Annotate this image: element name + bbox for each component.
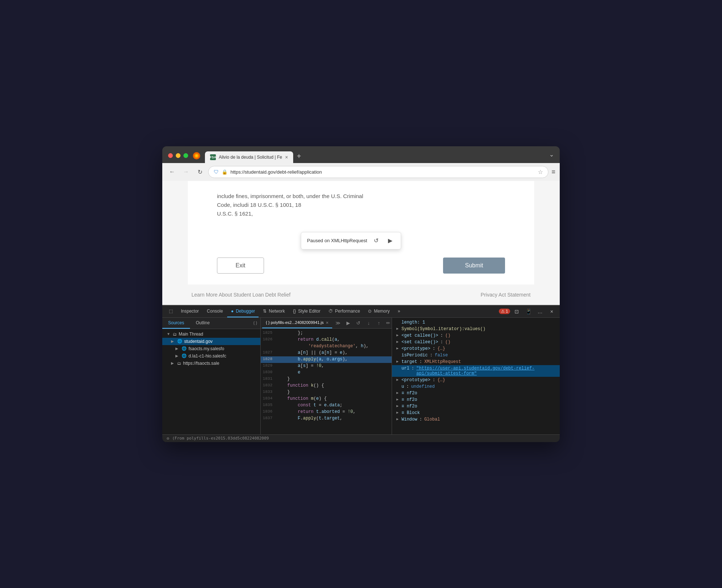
panel-item-get-callee[interactable]: ▶ <get callee()> : () [392, 332, 560, 339]
panel-item-symbol[interactable]: ▶ Symbol(Symbol.iterator):values() [392, 326, 560, 332]
refresh-button[interactable]: ↻ [194, 166, 205, 177]
submit-button[interactable]: Submit [443, 258, 505, 274]
editor-step-over-btn[interactable]: ↺ [354, 318, 363, 327]
devtools-more-tools-button[interactable]: » [394, 306, 404, 317]
panel-item-is-periodic: isPeriodic : false [392, 352, 560, 359]
devtools-error-badge[interactable]: ⚠ 1 [499, 309, 510, 314]
tree-item-label: d.la1-c1-hio.salesfc [189, 353, 226, 359]
editor-run-btn[interactable]: ▶ [344, 318, 353, 327]
code-line-1833: 1833 } [261, 389, 392, 396]
globe-icon: 🌐 [182, 353, 187, 358]
code-content: 1825 }; 1826 return d.call(a, 'readystat… [261, 329, 392, 434]
panel-item-url[interactable]: url : "https://user-api.studentaid.gov/d… [392, 365, 560, 377]
sidebar-file-icon[interactable]: { } [250, 318, 260, 328]
globe-icon: 🌐 [177, 339, 182, 344]
panel-item-prototype2[interactable]: ▶ <prototype> : {…} [392, 377, 560, 383]
exit-button[interactable]: Exit [217, 258, 264, 274]
tree-item-main-thread[interactable]: ▼ 🗂 Main Thread [162, 330, 260, 338]
devtools-right-panel: length: 1 ▶ Symbol(Symbol.iterator):valu… [392, 318, 560, 434]
paused-tooltip: Paused on XMLHttpRequest ↺ ▶ [301, 232, 401, 249]
panel-item-length: length: 1 [392, 319, 560, 326]
minimize-traffic-light[interactable] [176, 153, 180, 158]
new-tab-button[interactable]: + [293, 151, 305, 162]
expand-icon: ▶ [175, 354, 180, 358]
back-button[interactable]: ← [167, 166, 178, 177]
editor-step-into-btn[interactable]: ↓ [364, 318, 373, 327]
panel-item-set-callee[interactable]: ▶ <set callee()> : () [392, 339, 560, 345]
style-editor-icon: {} [293, 309, 296, 314]
style-editor-tab-label: Style Editor [298, 309, 320, 314]
devtools-sidebar: Sources Outline { } ▼ 🗂 Main Thread ▶ 🌐 … [162, 318, 261, 434]
memory-tab-label: Memory [374, 309, 389, 314]
inspect-icon: ⬚ [169, 309, 173, 314]
traffic-lights [168, 153, 188, 163]
footer-left-link[interactable]: Learn More About Student Loan Debt Relie… [191, 292, 291, 298]
forward-button[interactable]: → [180, 166, 191, 177]
code-line-1830: 1830 e [261, 370, 392, 376]
devtools-more-options-button[interactable]: … [535, 306, 545, 317]
firefox-icon [192, 154, 201, 163]
active-tab[interactable]: FSA Alivio de la deuda | Solicitud | Fe … [205, 151, 293, 163]
lock-icon: 🔒 [222, 169, 228, 175]
devtools-console-tab[interactable]: Console [203, 306, 226, 317]
outline-tab[interactable]: Outline [190, 318, 216, 329]
footer-right-link[interactable]: Privacy Act Statement [481, 292, 531, 298]
editor-jump-btn[interactable]: ≫ [334, 318, 342, 327]
error-icon: ⚠ [501, 309, 505, 313]
devtools-split-button[interactable]: ⊡ [512, 306, 522, 317]
tab-close-button[interactable]: × [285, 154, 288, 160]
devtools-inspector-tab[interactable]: Inspector [177, 306, 202, 317]
page-text-line3: U.S.C. § 1621, [217, 210, 253, 217]
code-line-1828: 1828 b.apply(a, o.args), [261, 356, 392, 363]
devtools-right-tools: ⚠ 1 ⊡ 📱 … × [499, 306, 557, 317]
inspector-tab-label: Inspector [181, 309, 199, 314]
close-traffic-light[interactable] [168, 153, 173, 158]
devtools-debugger-tab[interactable]: ● Debugger [227, 306, 259, 317]
devtools-performance-tab[interactable]: ⏱ Performance [325, 306, 364, 317]
tab-overflow-chevron[interactable]: ⌄ [549, 151, 554, 163]
expand-icon: ▼ [167, 332, 171, 336]
code-line-1826: 1826 return d.call(a, [261, 337, 392, 343]
tree-item-d-la1[interactable]: ▶ 🌐 d.la1-c1-hio.salesfc [162, 352, 260, 360]
tree-item-label: fsaocts.my.salesfo [189, 346, 224, 351]
page-text: include fines, imprisonment, or both, un… [217, 188, 505, 218]
devtools-memory-tab[interactable]: ⊙ Memory [364, 306, 393, 317]
resume-button[interactable]: ▶ [385, 236, 395, 245]
editor-pencil-btn[interactable]: ✏ [386, 318, 390, 327]
paused-tooltip-text: Paused on XMLHttpRequest [307, 238, 367, 243]
editor-step-out-btn[interactable]: ↑ [374, 318, 383, 327]
menu-button[interactable]: ≡ [551, 168, 555, 176]
panel-item-nf2o-3[interactable]: ▶ ≡ nf2o [392, 403, 560, 410]
tree-item-fsaocts-sale[interactable]: ▶ 🗂 https://fsaocts.sale [162, 360, 260, 367]
panel-item-window[interactable]: ▶ Window : Global [392, 416, 560, 423]
panel-item-target[interactable]: ▶ target : XMLHttpRequest [392, 359, 560, 365]
page-text-line2: Code, includi 18 U.S.C. § 1001, 18 [217, 202, 301, 208]
tree-item-studentaid[interactable]: ▶ 🌐 studentaid.gov [162, 338, 260, 345]
form-buttons: Exit Submit [188, 247, 534, 285]
devtools-close-button[interactable]: × [547, 306, 557, 317]
page-footer: Learn More About Student Loan Debt Relie… [162, 285, 560, 305]
code-line-1825: 1825 }; [261, 330, 392, 337]
panel-item-block[interactable]: ▶ ≡ Block [392, 410, 560, 416]
bookmark-star-icon[interactable]: ☆ [538, 169, 543, 175]
devtools-inspect-button[interactable]: ⬚ [165, 306, 176, 317]
devtools-responsive-button[interactable]: 📱 [523, 306, 533, 317]
sources-tab[interactable]: Sources [162, 318, 190, 329]
status-icon: ⊙ [167, 436, 169, 441]
code-line-1832: 1832 function k() { [261, 383, 392, 389]
panel-item-prototype1[interactable]: ▶ <prototype> : {…} [392, 345, 560, 352]
tree-item-label: Main Thread [179, 332, 203, 337]
maximize-traffic-light[interactable] [183, 153, 188, 158]
debugger-dot-icon: ● [231, 309, 233, 314]
devtools-style-editor-tab[interactable]: {} Style Editor [289, 306, 324, 317]
panel-item-nf2o-1[interactable]: ▶ ≡ nf2o [392, 390, 560, 396]
step-over-button[interactable]: ↺ [372, 236, 381, 245]
panel-item-nf2o-2[interactable]: ▶ ≡ nf2o [392, 396, 560, 403]
tree-item-fsaocts[interactable]: ▶ 🌐 fsaocts.my.salesfo [162, 345, 260, 352]
folder-icon: 🗂 [177, 361, 181, 365]
address-bar[interactable]: 🛡 🔒 https://studentaid.gov/debt-relief/a… [208, 166, 548, 178]
editor-tab-close[interactable]: × [326, 320, 329, 325]
devtools-network-tab[interactable]: ⇅ Network [259, 306, 288, 317]
editor-active-tab[interactable]: { } polyfills-es2...24082009941.js × [262, 318, 332, 328]
tab-favicon: FSA [210, 154, 216, 160]
